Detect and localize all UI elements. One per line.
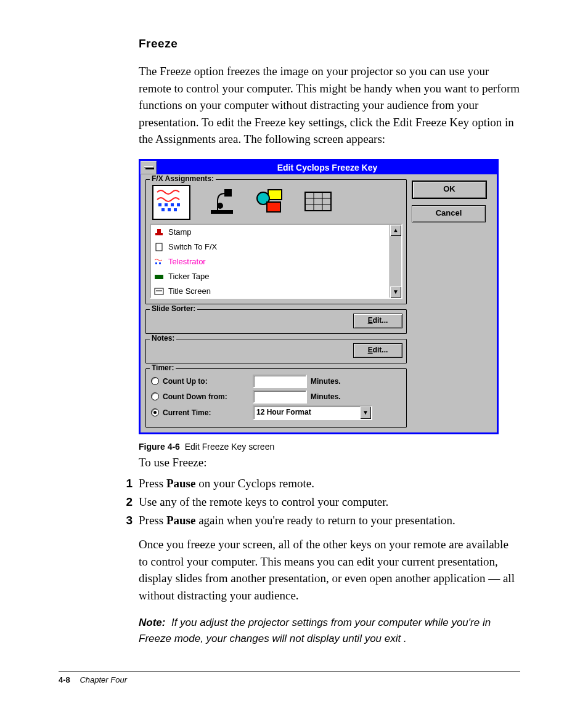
svg-rect-3 [171, 203, 174, 206]
note-text: If you adjust the projector settings fro… [139, 617, 491, 644]
fx-listbox[interactable]: Stamp Switch To F/X [150, 224, 402, 299]
dialog-titlebar: Edit Cyclops Freeze Key [141, 161, 497, 174]
count-up-input[interactable] [253, 375, 307, 388]
slide-sorter-edit-button[interactable]: Edit... [353, 314, 402, 328]
svg-rect-20 [157, 229, 161, 233]
minutes-label: Minutes. [311, 392, 341, 401]
svg-rect-4 [177, 203, 180, 206]
step: 3 Press Pause again when you're ready to… [139, 514, 520, 527]
step: 1 Press Pause on your Cyclops remote. [139, 477, 520, 490]
page-footer: 4-8 Chapter Four [59, 671, 520, 684]
timer-legend: Timer: [150, 363, 176, 372]
timer-group: Timer: Count Up to: Minutes. Count Down … [145, 368, 407, 428]
slide-sorter-legend: Slide Sorter: [150, 304, 197, 313]
svg-rect-7 [174, 208, 177, 211]
steps-list: 1 Press Pause on your Cyclops remote. 2 … [139, 477, 520, 527]
count-down-radio[interactable] [151, 392, 159, 400]
to-use-line: To use Freeze: [139, 454, 520, 471]
system-menu-icon[interactable] [141, 161, 158, 174]
step: 2 Use any of the remote keys to control … [139, 495, 520, 509]
svg-rect-13 [267, 202, 280, 212]
svg-point-10 [218, 203, 223, 208]
list-item[interactable]: Title Screen [151, 284, 390, 298]
svg-rect-23 [159, 262, 161, 264]
svg-rect-1 [158, 203, 161, 206]
grid-large-icon[interactable] [301, 187, 335, 217]
list-item[interactable]: Ticker Tape [151, 269, 390, 284]
svg-rect-8 [211, 211, 232, 213]
after-paragraph: Once you freeze your screen, all of the … [139, 536, 520, 604]
count-down-input[interactable] [253, 390, 307, 404]
ticker-icon [153, 272, 165, 282]
svg-rect-22 [155, 262, 157, 264]
telestrator-large-icon[interactable] [152, 185, 190, 220]
svg-rect-0 [155, 187, 188, 216]
figure-caption: Figure 4-6 Edit Freeze Key screen [139, 442, 520, 452]
svg-rect-2 [165, 203, 168, 206]
count-down-label: Count Down from: [163, 392, 249, 401]
cancel-button[interactable]: Cancel [412, 205, 486, 222]
svg-rect-24 [155, 275, 163, 279]
intro-paragraph: The Freeze option freezes the image on y… [139, 63, 520, 148]
slide-sorter-group: Slide Sorter: Edit... [145, 309, 407, 334]
document-icon [153, 242, 165, 252]
svg-rect-5 [161, 208, 165, 211]
dialog-window: Edit Cyclops Freeze Key F/X Assignments: [139, 159, 499, 434]
notes-edit-button[interactable]: Edit... [353, 343, 402, 358]
scroll-down-icon[interactable]: ▼ [390, 286, 401, 298]
section-heading: Freeze [139, 37, 520, 51]
note-label: Note: [139, 617, 165, 628]
svg-rect-14 [305, 192, 331, 211]
notes-legend: Notes: [150, 334, 176, 343]
ok-button[interactable]: OK [412, 181, 487, 199]
fx-assignments-group: F/X Assignments: [145, 179, 407, 304]
current-time-label: Current Time: [163, 408, 249, 417]
title-screen-icon [153, 286, 165, 296]
time-format-combo[interactable]: 12 Hour Format ▼ [253, 405, 372, 420]
svg-rect-21 [156, 243, 162, 251]
minutes-label: Minutes. [311, 377, 341, 386]
chevron-down-icon[interactable]: ▼ [360, 407, 371, 419]
svg-rect-6 [168, 208, 171, 211]
dialog-title: Edit Cyclops Freeze Key [158, 161, 497, 174]
fx-assignments-legend: F/X Assignments: [150, 174, 216, 183]
count-up-radio[interactable] [151, 377, 159, 385]
notes-group: Notes: Edit... [145, 339, 407, 363]
count-up-label: Count Up to: [163, 377, 249, 386]
list-item[interactable]: Stamp [151, 225, 390, 240]
svg-rect-9 [225, 190, 231, 196]
svg-rect-11 [268, 190, 282, 200]
current-time-radio[interactable] [151, 408, 159, 416]
scroll-up-icon[interactable]: ▲ [390, 225, 401, 236]
page-number: 4-8 [59, 675, 70, 684]
microscope-large-icon[interactable] [205, 187, 239, 217]
svg-rect-25 [155, 288, 163, 294]
stamp-icon [153, 227, 165, 237]
chapter-label: Chapter Four [80, 675, 127, 684]
shapes-large-icon[interactable] [253, 187, 287, 217]
telestrator-icon [153, 257, 165, 267]
svg-rect-19 [155, 233, 163, 235]
list-item[interactable]: Switch To F/X [151, 240, 390, 254]
list-item-selected[interactable]: Telestrator [151, 254, 390, 269]
note-block: Note: If you adjust the projector settin… [139, 615, 520, 646]
listbox-scrollbar[interactable]: ▲ ▼ [390, 225, 401, 298]
